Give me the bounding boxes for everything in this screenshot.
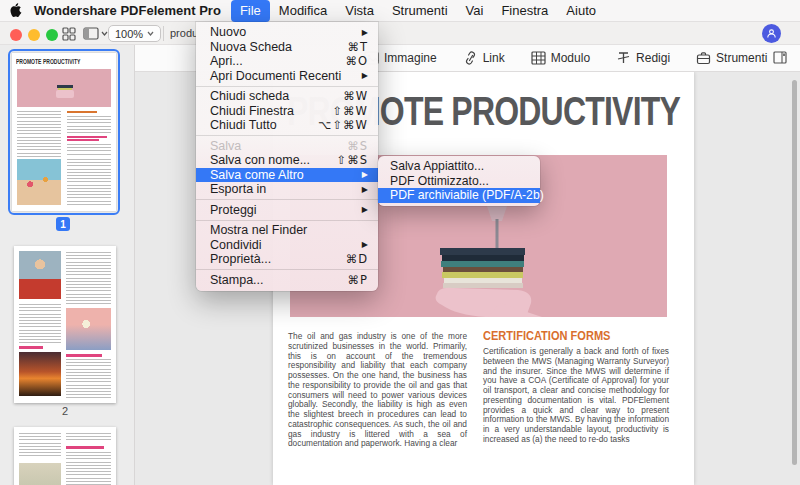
page-thumbnail-2[interactable] xyxy=(14,246,116,403)
thumbnail-beach-photo xyxy=(17,159,61,205)
page-thumbnail-1[interactable]: PROMOTE PRODUCTIVITY xyxy=(8,49,120,215)
thumbnail-oilpump-photo xyxy=(19,352,61,396)
submenu-arrow-icon: ▶ xyxy=(362,240,368,249)
close-window-button[interactable] xyxy=(10,29,22,41)
menu-item-condividi[interactable]: Condividi▶ xyxy=(196,238,378,253)
menu-separator xyxy=(196,199,378,200)
apple-icon xyxy=(9,3,22,18)
tools-icon xyxy=(696,51,711,65)
sidebar-toggle-button[interactable] xyxy=(83,26,108,41)
menu-item-apri-documenti-recenti[interactable]: Apri Documenti Recenti▶ xyxy=(196,69,378,84)
thumbnail-bulb-photo xyxy=(66,308,111,350)
tab-divider xyxy=(163,26,164,41)
thumbnail-sidebar: PROMOTE PRODUCTIVITY 1 xyxy=(0,45,135,485)
grid-icon xyxy=(62,27,76,41)
menu-separator xyxy=(196,269,378,270)
reading-panel-button[interactable] xyxy=(773,51,787,64)
app-window: PROMOTE PRODUCTIVITY The oil and xyxy=(0,0,800,485)
thumbnail-man-photo xyxy=(19,251,61,299)
menu-item-nuova-scheda[interactable]: Nuova Scheda⌘T xyxy=(196,40,378,55)
menu-item-stampa[interactable]: Stampa...⌘P xyxy=(196,273,378,288)
submenu-arrow-icon: ▶ xyxy=(362,170,368,179)
toolbar-label: Modulo xyxy=(551,51,590,65)
menubar-item-vista[interactable]: Vista xyxy=(336,0,383,22)
redact-icon xyxy=(616,51,631,65)
fullscreen-window-button[interactable] xyxy=(46,29,58,41)
menu-item-apri[interactable]: Apri...⌘O xyxy=(196,54,378,69)
zoom-level-value: 100% xyxy=(115,28,143,40)
person-icon xyxy=(766,28,777,39)
menu-item-proprieta[interactable]: Proprietà...⌘D xyxy=(196,252,378,267)
panel-icon xyxy=(83,27,99,40)
vertical-scrollbar[interactable] xyxy=(792,80,797,465)
menu-item-esporta-in[interactable]: Esporta in▶ xyxy=(196,182,378,197)
toolbar-modulo-button[interactable]: Modulo xyxy=(531,51,590,65)
menubar-item-aiuto[interactable]: Aiuto xyxy=(557,0,605,22)
submenu-item-pdf-archiviabile[interactable]: PDF archiviabile (PDF/A-2b) xyxy=(378,188,540,203)
page-number-label: 2 xyxy=(0,405,130,417)
menu-item-chiudi-scheda[interactable]: Chiudi scheda⌘W xyxy=(196,89,378,104)
submenu-arrow-icon: ▶ xyxy=(362,205,368,214)
toolbar-redigi-button[interactable]: Redigi xyxy=(616,51,670,65)
page-number-badge: 1 xyxy=(56,217,70,231)
menu-separator xyxy=(196,86,378,87)
zoom-level-dropdown[interactable]: 100% xyxy=(108,25,161,42)
menu-item-salva-come-altro[interactable]: Salva come Altro▶ xyxy=(196,168,378,183)
document-right-paragraph: Certification is generally a back and fo… xyxy=(483,347,669,445)
thumbnail-highfive-photo xyxy=(19,463,61,485)
page-thumbnail-3[interactable] xyxy=(14,427,116,485)
submenu-item-pdf-ottimizzato[interactable]: PDF Ottimizzato... xyxy=(378,174,540,189)
document-left-column: The oil and gas industry is one of the m… xyxy=(288,332,467,449)
menu-item-chiudi-finestra[interactable]: Chiudi Finestra⇧⌘W xyxy=(196,104,378,119)
toolbar-label: Strumenti xyxy=(716,51,767,65)
document-right-column: CERTIFICATION FORMS Certification is gen… xyxy=(483,328,669,445)
menu-item-salva-con-nome[interactable]: Salva con nome...⇧⌘S xyxy=(196,153,378,168)
menubar-item-vai[interactable]: Vai xyxy=(457,0,493,22)
toolbar-link-button[interactable]: Link xyxy=(463,51,505,65)
thumbnail-title: PROMOTE PRODUCTIVITY xyxy=(16,58,80,65)
toolbar-strumenti-button[interactable]: Strumenti xyxy=(696,51,767,65)
account-avatar[interactable] xyxy=(762,24,781,43)
chevron-down-icon xyxy=(101,31,108,36)
menu-separator xyxy=(196,220,378,221)
salva-come-altro-submenu: Salva Appiattito... PDF Ottimizzato... P… xyxy=(378,156,540,206)
menubar-item-strumenti[interactable]: Strumenti xyxy=(383,0,457,22)
window-titlebar: 100% produ xyxy=(0,22,800,45)
menu-item-salva: Salva⌘S xyxy=(196,139,378,154)
app-name: Wondershare PDFelement Pro xyxy=(30,3,231,18)
toolbar-label: Immagine xyxy=(384,51,437,65)
book-panel-icon xyxy=(773,51,787,64)
thumbnail-view-button[interactable] xyxy=(62,26,76,41)
chevron-down-icon xyxy=(147,31,154,36)
menubar-item-modifica[interactable]: Modifica xyxy=(270,0,336,22)
apple-menu[interactable] xyxy=(0,3,30,18)
macos-menubar: Wondershare PDFelement Pro File Modifica… xyxy=(0,0,800,22)
submenu-arrow-icon: ▶ xyxy=(362,185,368,194)
menubar-item-file[interactable]: File xyxy=(231,0,270,22)
menu-item-mostra-nel-finder[interactable]: Mostra nel Finder xyxy=(196,223,378,238)
menubar-item-finestra[interactable]: Finestra xyxy=(492,0,557,22)
menu-item-nuovo[interactable]: Nuovo▶ xyxy=(196,25,378,40)
certification-forms-heading: CERTIFICATION FORMS xyxy=(483,328,641,343)
toolbar-label: Redigi xyxy=(636,51,670,65)
minimize-window-button[interactable] xyxy=(28,29,40,41)
document-tab[interactable]: produ xyxy=(170,27,196,39)
submenu-arrow-icon: ▶ xyxy=(362,71,368,80)
menu-item-proteggi[interactable]: Proteggi▶ xyxy=(196,203,378,218)
toolbar-label: Link xyxy=(483,51,505,65)
file-menu-dropdown: Nuovo▶ Nuova Scheda⌘T Apri...⌘O Apri Doc… xyxy=(196,22,378,291)
form-icon xyxy=(531,51,546,65)
submenu-arrow-icon: ▶ xyxy=(362,28,368,37)
link-icon xyxy=(463,51,478,65)
menu-item-chiudi-tutto[interactable]: Chiudi Tutto⌥⇧⌘W xyxy=(196,118,378,133)
menu-separator xyxy=(196,135,378,136)
submenu-item-salva-appiattito[interactable]: Salva Appiattito... xyxy=(378,159,540,174)
